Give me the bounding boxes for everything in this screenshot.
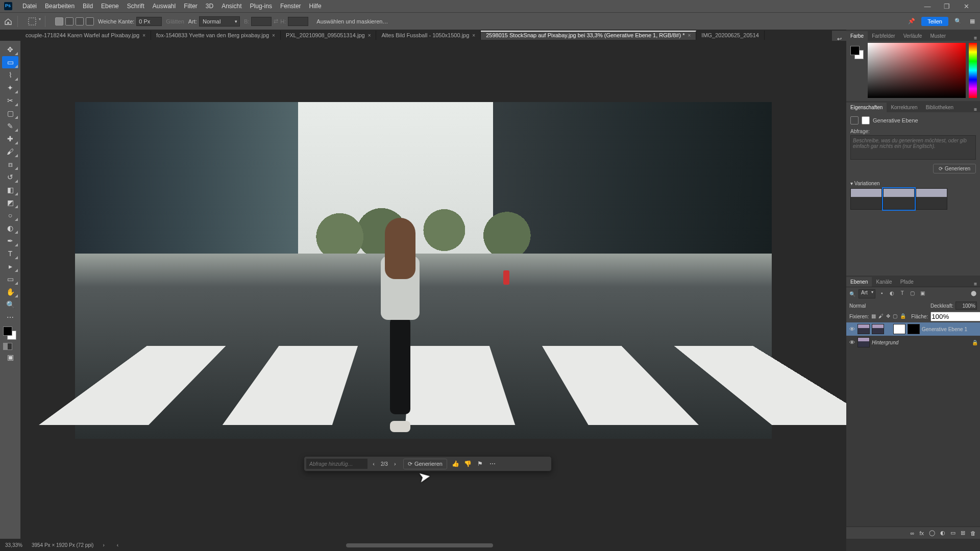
menu-edit[interactable]: Bearbeiten [41,3,79,10]
frame-tool[interactable]: ▢ [2,107,18,119]
doc-tab[interactable]: IMG_20200625_20514 [696,31,765,40]
blend-mode-select[interactable]: Normal [849,303,905,309]
screen-mode[interactable]: ▣ [2,351,18,363]
properties-generate-button[interactable]: ⟳Generieren [933,164,976,173]
layer-row[interactable]: 👁 Hintergrund 🔒 [846,336,980,349]
selection-intersect[interactable] [86,17,94,26]
menu-filter[interactable]: Filter [180,3,202,10]
stamp-tool[interactable]: ⧈ [2,158,18,170]
selection-add[interactable] [65,17,74,26]
filter-pixel-icon[interactable]: ▪ [878,290,886,297]
brush-tool[interactable]: 🖌 [2,145,18,158]
filter-smart-icon[interactable]: ▣ [919,290,926,297]
chevron-down-icon[interactable]: ▾ [850,181,853,186]
close-icon[interactable]: × [142,33,145,38]
opacity-input[interactable] [955,302,977,310]
search-icon[interactable]: 🔍 [849,291,855,297]
pin-icon[interactable]: 📌 [907,17,916,26]
variation-next[interactable]: › [390,461,400,467]
filter-type-icon[interactable]: T [899,290,906,297]
lasso-tool[interactable]: ⌇ [2,69,18,81]
menu-type[interactable]: Schrift [123,3,149,10]
filter-toggle[interactable]: ⬤ [970,290,977,297]
tab-paths[interactable]: Pfade [896,277,918,287]
link-layers-icon[interactable]: ∞ [911,530,915,536]
flag-icon[interactable]: ⚑ [475,460,486,467]
thumbs-up[interactable]: 👍 [450,460,461,467]
hand-tool[interactable]: ✋ [2,286,18,298]
tab-swatches[interactable]: Farbfelder [868,31,899,41]
window-minimize[interactable]: — [918,3,937,10]
add-mask-icon[interactable]: ◯ [929,530,935,536]
generate-button[interactable]: ⟳Generieren [403,459,447,469]
share-button[interactable]: Teilen [921,17,948,26]
window-close[interactable]: ✕ [957,3,976,10]
pen-tool[interactable]: ✒ [2,235,18,247]
panel-menu-icon[interactable]: ≡ [971,35,980,41]
marquee-tool[interactable]: ▭ [2,56,18,68]
eyedropper-tool[interactable]: ✎ [2,120,18,132]
feather-input[interactable] [136,17,162,26]
zoom-level[interactable]: 33,33% [5,542,22,548]
status-chevron-icon[interactable]: › [103,542,104,548]
menu-select[interactable]: Auswahl [149,3,180,10]
color-picker[interactable] [868,43,966,98]
history-brush-tool[interactable]: ↺ [2,171,18,183]
variation-thumb[interactable] [850,188,882,210]
close-icon[interactable]: × [272,33,275,38]
thumbs-down[interactable]: 👎 [462,460,474,467]
mask-thumbnail[interactable] [908,324,920,334]
lock-artboard-icon[interactable]: ▢ [893,313,897,320]
document-dimensions[interactable]: 3954 Px × 1920 Px (72 ppi) [32,542,93,548]
mask-thumbnail[interactable] [893,324,905,334]
type-tool[interactable]: T [2,247,18,260]
tab-libraries[interactable]: Bibliotheken [922,103,958,112]
layer-fx-icon[interactable]: fx [919,530,924,536]
menu-window[interactable]: Fenster [276,3,305,10]
new-adjustment-icon[interactable]: ◐ [940,530,945,536]
doc-tab[interactable]: couple-1718244 Karen Warfel auf Pixabay.… [20,31,151,40]
eraser-tool[interactable]: ◧ [2,184,18,196]
path-select-tool[interactable]: ▸ [2,260,18,272]
close-icon[interactable]: × [688,33,691,38]
doc-tab[interactable]: fox-1540833 Yvette van den Berg pixabay.… [151,31,281,40]
new-group-icon[interactable]: ▭ [950,530,955,536]
selection-subtract[interactable] [76,17,84,26]
doc-tab[interactable]: PXL_20210908_095051314.jpg× [281,31,377,40]
status-prev-icon[interactable]: ‹ [117,542,118,548]
blur-tool[interactable]: ○ [2,209,18,221]
document-canvas[interactable] [75,102,772,439]
gradient-tool[interactable]: ◩ [2,196,18,209]
tab-gradients[interactable]: Verläufe [899,31,926,41]
panel-menu-icon[interactable]: ≡ [971,107,980,112]
marquee-tool-indicator[interactable]: ▾ [28,17,41,26]
menu-help[interactable]: Hilfe [305,3,326,10]
variation-thumb[interactable] [916,188,947,210]
lock-icon[interactable]: 🔒 [972,340,978,345]
dodge-tool[interactable]: ◐ [2,222,18,234]
window-restore[interactable]: ❐ [937,3,957,10]
fill-input[interactable] [930,312,980,321]
layer-thumbnail[interactable] [872,324,884,334]
layer-filter-kind[interactable]: Art [859,289,875,298]
variation-thumb-selected[interactable] [883,188,915,210]
tab-patterns[interactable]: Muster [926,31,950,41]
lock-image-icon[interactable]: 🖌 [878,313,884,320]
prompt-textarea[interactable]: Beschreibe, was du generieren möchtest, … [850,135,976,160]
visibility-toggle[interactable]: 👁 [848,326,855,332]
horizontal-scrollbar[interactable] [153,543,612,548]
filter-shape-icon[interactable]: ▢ [909,290,916,297]
tab-channels[interactable]: Kanäle [872,277,896,287]
search-icon[interactable]: 🔍 [953,17,963,26]
more-icon[interactable]: ⋯ [487,460,498,467]
edit-toolbar[interactable]: ⋯ [2,311,18,323]
crop-tool[interactable]: ✂ [2,94,18,107]
delete-layer-icon[interactable]: 🗑 [970,530,976,536]
close-icon[interactable]: × [368,33,371,38]
style-select[interactable]: Normal [199,16,240,27]
layer-thumbnail[interactable] [857,324,870,334]
hue-slider[interactable] [969,43,977,98]
menu-image[interactable]: Bild [79,3,97,10]
lock-position-icon[interactable]: ✥ [886,313,890,320]
doc-tab-active[interactable]: 2598015 StockSnap auf Pixabay.jpg bei 33… [481,31,696,40]
